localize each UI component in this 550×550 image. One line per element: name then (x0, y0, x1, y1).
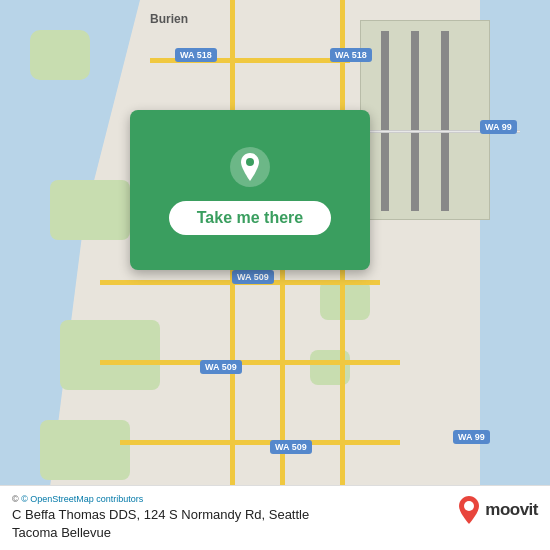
city-label-burien: Burien (150, 12, 188, 26)
badge-wa99-1: WA 99 (480, 120, 517, 134)
park-area-5 (320, 280, 370, 320)
location-name: C Beffa Thomas DDS, 124 S Normandy Rd, S… (12, 506, 445, 542)
park-area-3 (60, 320, 160, 390)
park-area-4 (40, 420, 130, 480)
navigation-card: Take me there (130, 110, 370, 270)
airport (360, 20, 490, 220)
road-h4 (120, 440, 400, 445)
road-v1 (230, 0, 235, 110)
osm-link[interactable]: © OpenStreetMap contributors (21, 494, 143, 504)
svg-point-1 (246, 158, 254, 166)
badge-wa509-2: WA 509 (200, 360, 242, 374)
park-area-2 (50, 180, 130, 240)
take-me-there-button[interactable]: Take me there (169, 201, 331, 235)
osm-attribution: © © OpenStreetMap contributors (12, 494, 445, 504)
badge-wa509-3: WA 509 (270, 440, 312, 454)
runway-1 (381, 31, 389, 211)
lake-water (480, 0, 550, 550)
location-pin-icon (228, 145, 272, 189)
moovit-brand-text: moovit (485, 500, 538, 520)
badge-wa509-1: WA 509 (232, 270, 274, 284)
runway-2 (411, 31, 419, 211)
badge-wa99-2: WA 99 (453, 430, 490, 444)
moovit-pin-icon (455, 494, 483, 526)
road-v3 (340, 0, 345, 550)
runway-3 (441, 31, 449, 211)
badge-wa518-2: WA 518 (330, 48, 372, 62)
svg-point-2 (464, 501, 474, 511)
bottom-info-bar: © © OpenStreetMap contributors C Beffa T… (0, 485, 550, 550)
moovit-logo: moovit (455, 494, 538, 526)
bottom-left-content: © © OpenStreetMap contributors C Beffa T… (12, 494, 445, 542)
badge-wa518-1: WA 518 (175, 48, 217, 62)
park-area-1 (30, 30, 90, 80)
map-container: Burien WA 518 WA 518 WA 99 WA 509 WA 509… (0, 0, 550, 550)
road-h3 (100, 360, 400, 365)
